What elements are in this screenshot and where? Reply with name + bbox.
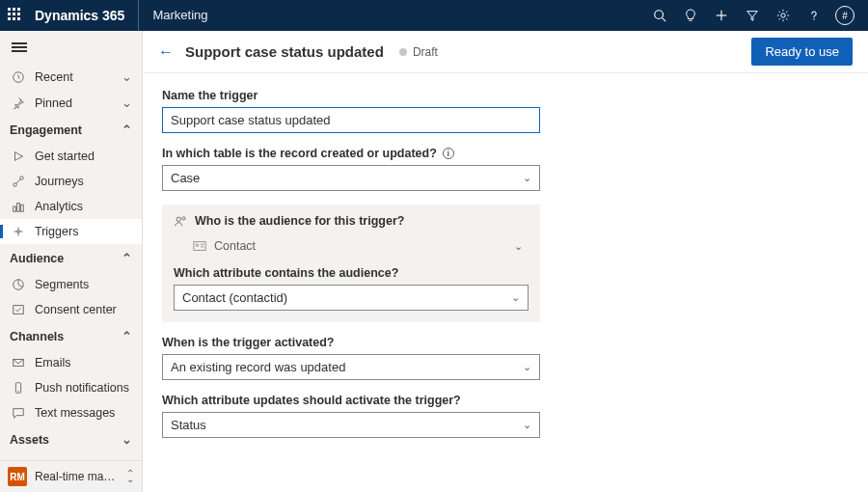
- chevron-down-icon: ⌄: [122, 96, 132, 110]
- back-arrow-icon[interactable]: ←: [158, 43, 174, 61]
- sidebar-text-messages[interactable]: Text messages: [0, 400, 142, 425]
- play-icon: [12, 150, 25, 163]
- chevron-down-icon: ⌄: [523, 361, 531, 373]
- page-title: Support case status updated: [185, 43, 384, 60]
- svg-line-1: [663, 18, 666, 22]
- chevron-down-icon: ⌄: [122, 432, 132, 447]
- sidebar-get-started[interactable]: Get started: [0, 144, 142, 169]
- chat-icon: [12, 406, 25, 420]
- filter-icon[interactable]: [737, 0, 768, 31]
- sidebar-item-label: Push notifications: [35, 381, 129, 395]
- audience-entity-select[interactable]: Contact ⌄: [174, 235, 529, 257]
- svg-point-18: [17, 391, 18, 392]
- app-area[interactable]: Marketing: [138, 0, 207, 31]
- attribute-select[interactable]: Contact (contactid) ⌄: [174, 285, 529, 311]
- area-badge: RM: [8, 467, 27, 486]
- sidebar-item-label: Triggers: [35, 225, 78, 238]
- svg-point-20: [182, 217, 185, 220]
- audience-panel: Who is the audience for this trigger? Co…: [162, 205, 540, 322]
- sidebar-section-engagement[interactable]: Engagement ⌃: [0, 116, 142, 144]
- sidebar-segments[interactable]: Segments: [0, 272, 142, 297]
- area-label: Real-time marketi...: [35, 470, 119, 483]
- top-bar: Dynamics 365 Marketing #: [0, 0, 868, 31]
- sidebar-journeys[interactable]: Journeys: [0, 169, 142, 194]
- svg-point-13: [17, 231, 20, 233]
- sidebar-section-audience[interactable]: Audience ⌃: [0, 244, 142, 272]
- chevron-up-icon: ⌃: [122, 251, 132, 265]
- field-label: Which attribute contains the audience?: [174, 266, 529, 280]
- field-name: Name the trigger: [162, 89, 540, 133]
- sidebar-item-label: Get started: [35, 150, 95, 163]
- sidebar-item-label: Recent: [35, 70, 112, 84]
- svg-point-0: [655, 11, 664, 19]
- gear-icon[interactable]: [768, 0, 799, 31]
- status-chip: Draft: [399, 45, 438, 59]
- people-icon: [174, 214, 187, 228]
- lightbulb-icon[interactable]: [675, 0, 706, 31]
- select-value: An existing record was updated: [171, 360, 345, 374]
- chevron-up-icon: ⌃: [122, 329, 132, 343]
- avatar[interactable]: #: [829, 0, 860, 31]
- triggers-icon: [12, 225, 25, 238]
- status-dot-icon: [399, 48, 407, 56]
- chevron-down-icon: ⌄: [122, 69, 132, 84]
- sidebar-item-label: Journeys: [35, 175, 84, 188]
- sidebar-item-label: Text messages: [35, 406, 115, 420]
- updates-select[interactable]: Status ⌄: [162, 412, 540, 438]
- clock-icon: [12, 70, 25, 84]
- main: ← Support case status updated Draft Read…: [143, 31, 868, 492]
- sidebar-triggers[interactable]: Triggers: [0, 219, 142, 244]
- pin-icon: [12, 96, 25, 110]
- field-label: Which attribute updates should activate …: [162, 394, 540, 407]
- name-input[interactable]: [162, 107, 540, 133]
- search-icon[interactable]: [644, 0, 675, 31]
- waffle-icon[interactable]: [8, 8, 23, 23]
- svg-point-9: [20, 177, 24, 180]
- field-label: In which table is the record created or …: [162, 147, 540, 160]
- select-value: Contact (contactid): [182, 290, 287, 305]
- sidebar-item-label: Analytics: [35, 200, 83, 213]
- sidebar-item-label: Pinned: [35, 96, 112, 110]
- mail-icon: [12, 356, 25, 369]
- sidebar-section-channels[interactable]: Channels ⌃: [0, 322, 142, 350]
- sidebar: Recent ⌄ Pinned ⌄ Engagement ⌃ Get start…: [0, 31, 143, 492]
- sidebar-item-label: Emails: [35, 356, 71, 369]
- sidebar-emails[interactable]: Emails: [0, 350, 142, 375]
- svg-rect-12: [21, 205, 24, 211]
- sidebar-consent-center[interactable]: Consent center: [0, 297, 142, 322]
- sidebar-analytics[interactable]: Analytics: [0, 194, 142, 219]
- info-icon[interactable]: i: [443, 148, 454, 159]
- chevron-up-icon: ⌃: [122, 123, 132, 137]
- hamburger-icon[interactable]: [0, 31, 142, 64]
- sidebar-item-label: Consent center: [35, 303, 117, 316]
- chevron-down-icon: ⌄: [511, 291, 520, 304]
- svg-point-22: [196, 244, 199, 247]
- form-area: Name the trigger In which table is the r…: [143, 73, 868, 467]
- sidebar-recent[interactable]: Recent ⌄: [0, 64, 142, 90]
- table-select[interactable]: Case ⌄: [162, 165, 540, 191]
- svg-rect-10: [14, 206, 16, 211]
- sidebar-area-switcher[interactable]: RM Real-time marketi... ⌃⌄: [0, 460, 142, 492]
- field-when: When is the trigger activated? An existi…: [162, 336, 540, 380]
- analytics-icon: [12, 200, 25, 213]
- field-label: When is the trigger activated?: [162, 336, 540, 349]
- sidebar-item-label: Segments: [35, 278, 89, 291]
- when-select[interactable]: An existing record was updated ⌄: [162, 354, 540, 380]
- svg-rect-11: [17, 204, 20, 212]
- app-name: Dynamics 365: [35, 8, 124, 23]
- svg-point-5: [781, 14, 785, 17]
- sidebar-pinned[interactable]: Pinned ⌄: [0, 90, 142, 116]
- chevron-down-icon: ⌄: [523, 419, 531, 431]
- svg-rect-21: [194, 242, 205, 251]
- chevron-down-icon: ⌄: [523, 172, 531, 184]
- ready-to-use-button[interactable]: Ready to use: [751, 38, 853, 66]
- help-icon[interactable]: [799, 0, 829, 31]
- plus-icon[interactable]: [706, 0, 737, 31]
- status-text: Draft: [413, 45, 438, 59]
- sidebar-push-notifications[interactable]: Push notifications: [0, 375, 142, 400]
- sidebar-section-assets[interactable]: Assets ⌄: [0, 425, 142, 453]
- updown-icon: ⌃⌄: [126, 471, 134, 482]
- page-header: ← Support case status updated Draft Read…: [143, 31, 868, 73]
- consent-icon: [12, 303, 25, 316]
- select-value: Case: [171, 171, 200, 185]
